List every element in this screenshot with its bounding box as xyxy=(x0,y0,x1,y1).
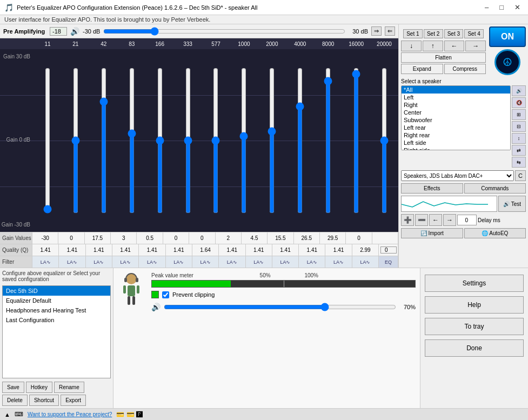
speaker-option-right-rear[interactable]: Right rear xyxy=(402,131,510,139)
eq-slider-4[interactable] xyxy=(127,68,137,214)
speaker-list[interactable]: *All Left Right Center Subwoofer Left re… xyxy=(401,85,511,150)
filter-12[interactable]: LA∿ xyxy=(325,256,352,268)
set1-button[interactable]: Set 1 xyxy=(403,29,423,38)
compress-button[interactable]: Compress xyxy=(444,64,486,74)
filter-4[interactable]: LA∿ xyxy=(112,256,139,268)
misc-remove-btn[interactable]: ➖ xyxy=(415,214,428,226)
filter-1[interactable]: LA∿ xyxy=(32,256,59,268)
speaker-option-right[interactable]: Right xyxy=(402,101,510,109)
eq-slider-6[interactable] xyxy=(183,68,193,214)
speaker-vol-icon3[interactable]: ⊞ xyxy=(512,109,526,120)
eq-slider-1[interactable] xyxy=(43,68,52,214)
device-select[interactable]: Speakers, JDS Labs Atom DAC+ xyxy=(401,170,514,181)
bottom-icon-keyboard[interactable]: ⌨ xyxy=(15,411,23,418)
misc-buttons-row: ➕ ➖ ← → Delay ms xyxy=(399,213,528,227)
speaker-option-subwoofer[interactable]: Subwoofer xyxy=(402,116,510,124)
delay-input[interactable] xyxy=(457,215,477,225)
config-item-headphones[interactable]: Headphones and Hearing Test xyxy=(3,305,110,315)
on-button[interactable]: ON xyxy=(489,26,526,47)
config-item-default[interactable]: Equalizer Default xyxy=(3,296,110,305)
eq-slider-2[interactable] xyxy=(71,68,81,214)
filter-3[interactable]: LA∿ xyxy=(86,256,112,268)
filter-10[interactable]: LA∿ xyxy=(272,256,299,268)
commands-button[interactable]: Commands xyxy=(464,183,526,194)
filter-11[interactable]: LA∿ xyxy=(299,256,325,268)
speaker-vol-icon7[interactable]: ⇆ xyxy=(512,157,526,168)
config-item-dec5th[interactable]: Dec 5th SiD xyxy=(3,286,110,296)
speaker-vol-icon6[interactable]: ⇄ xyxy=(512,145,526,156)
close-button[interactable]: ✕ xyxy=(511,3,524,11)
filter-13[interactable]: LA∿ xyxy=(352,256,379,268)
eq-button[interactable]: EQ xyxy=(379,256,398,268)
save-button[interactable]: Save xyxy=(2,382,24,393)
filter-9[interactable]: LA∿ xyxy=(246,256,272,268)
settings-button[interactable]: Settings xyxy=(425,275,524,292)
export-button[interactable]: Export xyxy=(61,395,86,406)
filter-5[interactable]: LA∿ xyxy=(139,256,165,268)
qual-extra-input[interactable] xyxy=(380,246,397,254)
qual-7: 1.64 xyxy=(192,244,219,256)
speaker-vol-icon2[interactable]: 🔇 xyxy=(512,97,526,108)
support-link[interactable]: Want to support the Peace project? xyxy=(28,411,112,417)
speaker-option-left-rear[interactable]: Left rear xyxy=(402,124,510,131)
hotkey-button[interactable]: Hotkey xyxy=(26,382,52,393)
done-button[interactable]: Done xyxy=(425,339,524,357)
delay-row: Delay ms xyxy=(457,215,526,225)
speaker-option-left-side[interactable]: Left side xyxy=(402,139,510,146)
filter-7[interactable]: LA∿ xyxy=(192,256,219,268)
info-bar: User interface for Equalizer APO. This t… xyxy=(0,15,528,24)
speaker-option-left[interactable]: Left xyxy=(402,94,510,101)
test-button[interactable]: 🔊 Test xyxy=(498,196,526,212)
eq-slider-12[interactable] xyxy=(351,68,361,214)
speaker-option-right-side[interactable]: Right side xyxy=(402,146,510,150)
preamp-icon-btn2[interactable]: ⇐ xyxy=(385,26,395,36)
set4-button[interactable]: Set 4 xyxy=(464,29,484,38)
speaker-vol-icon1[interactable]: 🔊 xyxy=(512,85,526,96)
eq-slider-11[interactable] xyxy=(323,68,333,214)
rename-button[interactable]: Rename xyxy=(54,382,84,393)
eq-slider-10[interactable] xyxy=(295,68,305,214)
speaker-vol-icon5[interactable]: ↕ xyxy=(512,133,526,144)
eq-slider-9[interactable] xyxy=(267,68,277,214)
eq-slider-3[interactable] xyxy=(99,68,109,214)
arrow-left-btn[interactable]: ← xyxy=(444,41,465,51)
flatten-button[interactable]: Flatten xyxy=(401,52,486,63)
eq-col-2 xyxy=(62,49,90,232)
eq-slider-5[interactable] xyxy=(155,68,165,214)
minimize-button[interactable]: – xyxy=(482,3,492,11)
misc-right-btn[interactable]: → xyxy=(443,214,456,226)
c-button[interactable]: C xyxy=(515,170,526,181)
set2-button[interactable]: Set 2 xyxy=(424,29,443,38)
arrow-up-btn[interactable]: ↑ xyxy=(423,41,443,51)
misc-add-btn[interactable]: ➕ xyxy=(401,214,414,226)
eq-slider-13[interactable] xyxy=(379,68,389,214)
speaker-option-center[interactable]: Center xyxy=(402,109,510,116)
bottom-icon-up[interactable]: ▲ xyxy=(4,411,10,418)
effects-button[interactable]: Effects xyxy=(401,183,463,194)
autoeq-button[interactable]: 🌐 AutoEQ xyxy=(464,228,526,238)
set3-button[interactable]: Set 3 xyxy=(444,29,464,38)
maximize-button[interactable]: □ xyxy=(496,3,507,11)
arrow-right-btn[interactable]: → xyxy=(465,41,486,51)
volume-slider[interactable] xyxy=(164,303,396,311)
eq-slider-7[interactable] xyxy=(211,68,220,214)
misc-left-btn[interactable]: ← xyxy=(429,214,442,226)
speaker-option-all[interactable]: *All xyxy=(402,86,510,94)
filter-6[interactable]: LA∿ xyxy=(166,256,192,268)
eq-slider-8[interactable] xyxy=(239,68,249,214)
help-button[interactable]: Help xyxy=(425,296,524,314)
speaker-vol-icon4[interactable]: ⊟ xyxy=(512,121,526,132)
filter-8[interactable]: LA∿ xyxy=(219,256,245,268)
preamp-slider[interactable] xyxy=(103,28,345,35)
arrow-down-btn[interactable]: ↓ xyxy=(401,41,422,51)
delete-button[interactable]: Delete xyxy=(2,395,28,406)
to-tray-button[interactable]: To tray xyxy=(425,318,524,335)
shortcut-button[interactable]: Shortcut xyxy=(29,395,59,406)
prevent-clipping-label: Prevent clipping xyxy=(172,291,215,298)
preamp-icon-btn1[interactable]: ⇒ xyxy=(371,26,382,36)
config-item-last[interactable]: Last Configuration xyxy=(3,315,110,325)
expand-button[interactable]: Expand xyxy=(401,64,443,74)
prevent-clipping-checkbox[interactable] xyxy=(162,291,169,298)
filter-2[interactable]: LA∿ xyxy=(59,256,85,268)
import-button[interactable]: 🔃 Import xyxy=(401,228,463,238)
